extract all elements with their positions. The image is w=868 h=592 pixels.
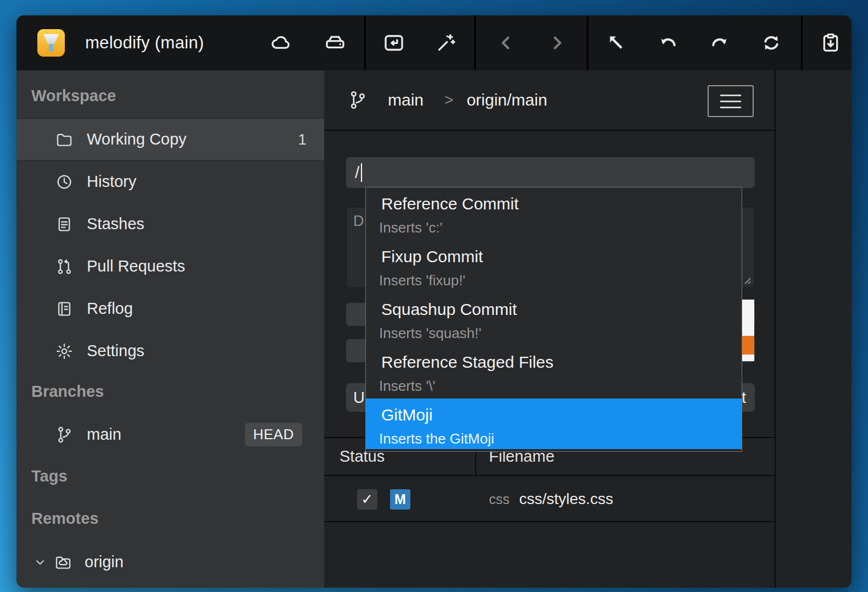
sidebar-section-tags: Tags bbox=[31, 467, 68, 485]
commit-menu-button[interactable] bbox=[708, 85, 754, 117]
checkout-button[interactable] bbox=[601, 27, 632, 58]
autocomplete-item[interactable]: Reference Staged Files Inserts '\' bbox=[366, 346, 742, 399]
branch-icon bbox=[347, 90, 368, 110]
window-title: melodify (main) bbox=[85, 15, 204, 70]
sidebar-item-label: Reflog bbox=[87, 300, 133, 318]
filename-label: css/styles.css bbox=[519, 476, 613, 522]
autocomplete-item-title: GitMoji bbox=[381, 402, 742, 428]
app-window: melodify (main) bbox=[16, 15, 852, 588]
sidebar-item-label: Working Copy bbox=[87, 130, 187, 148]
sidebar-item-remote-origin[interactable]: origin bbox=[16, 541, 324, 583]
nav-forward-button[interactable] bbox=[542, 27, 572, 58]
unstage-button-label: U bbox=[353, 389, 365, 407]
branch-icon bbox=[55, 425, 74, 444]
gear-icon bbox=[55, 342, 74, 361]
sidebar-item-reflog[interactable]: Reflog bbox=[16, 287, 324, 330]
toolbar-divider bbox=[801, 15, 803, 70]
sidebar-item-history[interactable]: History bbox=[16, 161, 324, 203]
autocomplete-item-subtitle: Inserts 'c:' bbox=[379, 217, 742, 239]
sidebar-item-settings[interactable]: Settings bbox=[16, 330, 324, 372]
text-caret bbox=[361, 163, 362, 182]
cloud-button[interactable] bbox=[266, 27, 297, 58]
commit-summary-input[interactable]: / bbox=[346, 157, 755, 188]
sync-icon bbox=[760, 32, 782, 54]
terminal-icon bbox=[383, 32, 405, 54]
sidebar-item-label: History bbox=[87, 173, 136, 191]
titlebar: melodify (main) bbox=[16, 15, 852, 70]
sidebar-item-label: main bbox=[87, 425, 121, 444]
drive-button[interactable] bbox=[320, 27, 350, 58]
nav-back-button[interactable] bbox=[491, 27, 521, 58]
sync-button[interactable] bbox=[756, 27, 787, 58]
main-panel: main > origin/main / D U bbox=[324, 70, 852, 588]
panel-divider bbox=[775, 70, 776, 588]
working-copy-count-badge: 1 bbox=[298, 131, 307, 148]
breadcrumb-separator: > bbox=[444, 91, 453, 109]
commit-summary-text: / bbox=[355, 163, 359, 182]
drive-icon bbox=[324, 32, 346, 54]
sidebar-item-pull-requests[interactable]: Pull Requests bbox=[16, 245, 324, 287]
head-badge: HEAD bbox=[245, 423, 302, 446]
sidebar-section-remotes: Remotes bbox=[31, 510, 99, 528]
branch-breadcrumb-bar: main > origin/main bbox=[324, 70, 775, 131]
breadcrumb-branch[interactable]: main bbox=[388, 91, 424, 109]
file-table-row[interactable]: ✓ M css css/styles.css bbox=[324, 476, 775, 522]
remote-folder-icon bbox=[54, 553, 73, 572]
sidebar-item-label: Settings bbox=[87, 342, 144, 360]
desktop-background: melodify (main) bbox=[0, 0, 868, 592]
app-icon bbox=[37, 29, 65, 57]
history-icon bbox=[55, 173, 74, 191]
autocomplete-item[interactable]: Fixup Commit Inserts 'fixup!' bbox=[366, 240, 742, 293]
autocomplete-item[interactable]: Squashup Commit Inserts 'squash!' bbox=[366, 293, 742, 346]
sidebar: Workspace Working Copy 1 History Stashes… bbox=[16, 70, 324, 588]
hamburger-icon bbox=[720, 101, 741, 102]
autocomplete-item[interactable]: Reference Commit Inserts 'c:' bbox=[366, 187, 742, 240]
arrow-up-left-icon bbox=[605, 32, 627, 54]
modified-status-badge: M bbox=[390, 489, 410, 510]
autocomplete-dropdown: Reference Commit Inserts 'c:' Fixup Comm… bbox=[365, 187, 742, 452]
folder-icon bbox=[55, 130, 74, 149]
toolbar-divider bbox=[587, 15, 588, 70]
sidebar-section-workspace: Workspace bbox=[31, 87, 116, 105]
reflog-icon bbox=[55, 300, 74, 318]
nav-forward-icon bbox=[547, 32, 567, 53]
toolbar-divider bbox=[364, 15, 366, 70]
commit-button-label: t bbox=[742, 389, 746, 407]
stashes-icon bbox=[55, 215, 74, 234]
autocomplete-item-subtitle: Inserts '\' bbox=[379, 375, 742, 397]
autocomplete-item-selected[interactable]: GitMoji Inserts the GitMoji bbox=[366, 399, 742, 449]
pull-request-icon bbox=[55, 257, 74, 276]
resize-grip-icon[interactable] bbox=[742, 275, 752, 285]
autocomplete-item-title: Squashup Commit bbox=[381, 297, 742, 322]
sidebar-item-stashes[interactable]: Stashes bbox=[16, 203, 324, 245]
chevron-down-icon[interactable] bbox=[33, 555, 47, 569]
magic-wand-button[interactable] bbox=[431, 27, 461, 58]
redo-button[interactable] bbox=[704, 27, 735, 58]
terminal-button[interactable] bbox=[379, 27, 409, 58]
magic-wand-icon bbox=[435, 32, 457, 54]
undo-button[interactable] bbox=[653, 27, 683, 58]
nav-back-icon bbox=[496, 32, 516, 53]
undo-icon bbox=[657, 32, 679, 54]
autocomplete-item-subtitle: Inserts 'squash!' bbox=[379, 322, 742, 344]
commit-description-placeholder: D bbox=[353, 213, 364, 229]
sidebar-item-label: origin bbox=[85, 553, 124, 571]
autocomplete-item-title: Reference Commit bbox=[381, 191, 742, 217]
autocomplete-item-subtitle: Inserts the GitMoji bbox=[379, 428, 742, 449]
sidebar-section-branches: Branches bbox=[31, 383, 104, 401]
sidebar-item-branch-main[interactable]: main HEAD bbox=[16, 413, 324, 456]
hamburger-icon bbox=[720, 107, 741, 108]
sidebar-item-label: Stashes bbox=[87, 215, 144, 233]
toolbar-divider bbox=[474, 15, 476, 70]
autocomplete-item-title: Fixup Commit bbox=[381, 244, 742, 269]
sidebar-item-working-copy[interactable]: Working Copy 1 bbox=[16, 118, 324, 161]
stash-apply-button[interactable] bbox=[815, 27, 846, 58]
breadcrumb-upstream[interactable]: origin/main bbox=[466, 91, 547, 109]
autocomplete-item-title: Reference Staged Files bbox=[381, 350, 742, 375]
clipboard-icon bbox=[820, 32, 842, 54]
redo-icon bbox=[709, 32, 731, 54]
file-type-label: css bbox=[489, 476, 510, 522]
hamburger-icon bbox=[720, 95, 741, 96]
cloud-icon bbox=[270, 32, 292, 54]
stage-checkbox[interactable]: ✓ bbox=[357, 489, 377, 510]
